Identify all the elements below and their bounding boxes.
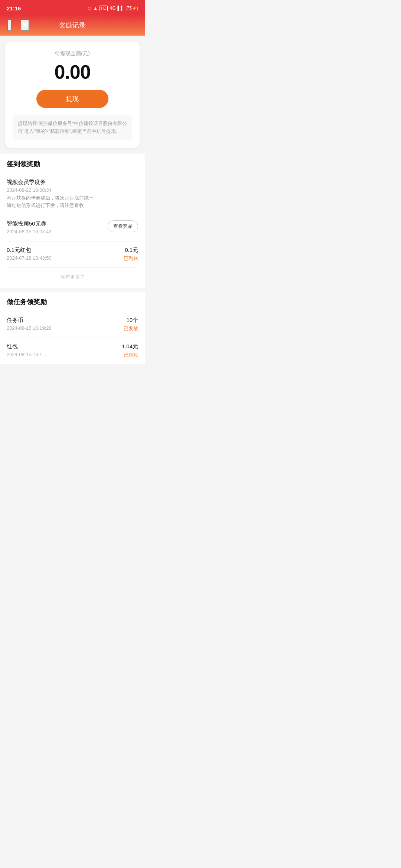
- task-section-title: 做任务领奖励: [7, 297, 138, 306]
- task-record-1: 任务币 2024-08-15 16:19:28 10个 已发放: [7, 312, 138, 338]
- close-icon: ✕: [22, 20, 28, 30]
- task-record-2: 红包 2024-08-15 16:1... 1.04元 已到账: [7, 338, 138, 364]
- signal-bars-icon: ▌▌: [118, 6, 124, 11]
- task-record-amount-2: 1.04元: [122, 343, 138, 350]
- back-button[interactable]: ‹: [7, 20, 12, 31]
- task-record-name-2: 红包: [7, 343, 108, 350]
- view-prize-button[interactable]: 查看奖品: [108, 220, 138, 232]
- task-record-name-1: 任务币: [7, 317, 108, 324]
- status-time: 21:16: [7, 5, 21, 11]
- task-section: 做任务领奖励 任务币 2024-08-15 16:19:28 10个 已发放 红…: [0, 292, 145, 364]
- record-name-1: 视频会员季度券: [7, 179, 138, 186]
- withdraw-button[interactable]: 提现: [36, 90, 108, 108]
- wifi-icon: ▲: [93, 6, 98, 11]
- checkin-record-2: 智能投顾50元券 2024-08-15 16:07:43 查看奖品: [7, 215, 138, 241]
- record-status-3: 已到账: [124, 255, 138, 262]
- top-nav: ‹ ✕ 奖励记录: [0, 15, 145, 36]
- hd-icon: HD: [100, 6, 108, 11]
- record-amount-3: 0.1元: [125, 247, 138, 254]
- record-name-3: 0.1元红包: [7, 247, 108, 254]
- record-name-2: 智能投顾50元券: [7, 220, 104, 227]
- balance-amount: 0.00: [13, 61, 132, 83]
- page-title: 奖励记录: [59, 21, 86, 30]
- status-bar: 21:16 ◎ ▲ HD 4G ▌▌ [75⚡]: [0, 0, 145, 15]
- task-record-date-1: 2024-08-15 16:19:28: [7, 325, 108, 331]
- battery-icon: [75⚡]: [126, 6, 138, 11]
- withdraw-note: 提现路径:关注微信服务号"中信建投证券股份有限公司"进入"我的"-"精彩活动",…: [13, 115, 132, 140]
- record-date-3: 2024-07-18 13:43:50: [7, 255, 108, 261]
- task-record-date-2: 2024-08-15 16:1...: [7, 352, 108, 357]
- checkin-record-1: 视频会员季度券 2024-08-22 18:08:34 本月获得的卡券奖励，将次…: [7, 174, 138, 216]
- task-record-amount-1: 10个: [126, 317, 138, 324]
- task-record-status-1: 已发放: [124, 325, 138, 332]
- network-4g-icon: 4G: [110, 6, 115, 11]
- back-icon: ‹: [8, 20, 11, 30]
- record-date-2: 2024-08-15 16:07:43: [7, 229, 104, 234]
- status-icons: ◎ ▲ HD 4G ▌▌ [75⚡]: [88, 6, 138, 11]
- record-desc-1: 本月获得的卡券奖励，将次月月底前统一通过短信形式进行下发，请注意查收: [7, 194, 96, 210]
- balance-label: 待提现金额(元): [13, 50, 132, 57]
- no-more-label: 没有更多了: [7, 268, 138, 288]
- record-date-1: 2024-08-22 18:08:34: [7, 187, 138, 193]
- signal-icon: ◎: [88, 6, 91, 11]
- checkin-record-3: 0.1元红包 2024-07-18 13:43:50 0.1元 已到账: [7, 241, 138, 268]
- checkin-section-title: 签到领奖励: [7, 160, 138, 168]
- close-button[interactable]: ✕: [21, 20, 29, 31]
- task-record-status-2: 已到账: [124, 352, 138, 358]
- balance-card: 待提现金额(元) 0.00 提现 提现路径:关注微信服务号"中信建投证券股份有限…: [5, 42, 140, 148]
- checkin-section: 签到领奖励 视频会员季度券 2024-08-22 18:08:34 本月获得的卡…: [0, 154, 145, 288]
